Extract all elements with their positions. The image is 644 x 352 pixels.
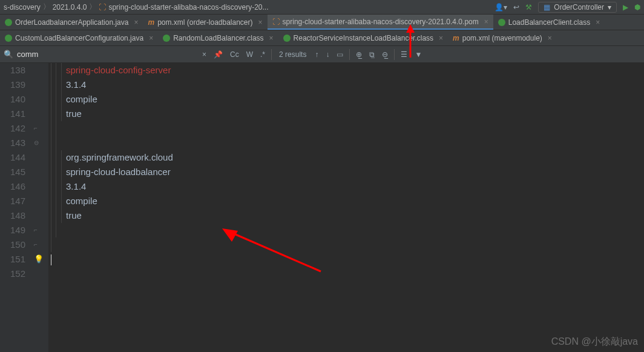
code-line[interactable] bbox=[51, 121, 644, 136]
breadcrumb-item[interactable]: 2021.0.4.0 bbox=[53, 3, 87, 12]
debug-button[interactable]: ⬢ bbox=[634, 3, 640, 12]
code-line[interactable] bbox=[51, 252, 644, 267]
next-match-button[interactable]: ↓ bbox=[326, 50, 329, 59]
tab-label: CustomLoadBalancerConfiguration.java bbox=[15, 34, 143, 42]
clear-icon[interactable]: × bbox=[202, 50, 206, 59]
prev-match-button[interactable]: ↑ bbox=[315, 50, 318, 59]
editor-tab[interactable]: ⛶spring-cloud-starter-alibaba-nacos-disc… bbox=[268, 15, 493, 30]
code-line[interactable]: 3.1.4 bbox=[51, 179, 644, 194]
line-number: 150 bbox=[0, 237, 25, 252]
close-icon[interactable]: × bbox=[258, 18, 263, 27]
breadcrumb-item[interactable]: s-discovery bbox=[4, 3, 41, 12]
editor-tabs-row-1: OrderLoadbalancerApplication.java×mpom.x… bbox=[0, 15, 644, 30]
breadcrumb-bar: s-discovery 〉 2021.0.4.0 〉 ⛶ spring-clou… bbox=[0, 0, 644, 15]
editor-tab[interactable]: CustomLoadBalancerConfiguration.java× bbox=[0, 30, 158, 45]
regex-button[interactable]: .* bbox=[260, 50, 265, 59]
line-number: 141 bbox=[0, 107, 25, 121]
fold-toggle-icon[interactable]: ⊖ bbox=[34, 136, 39, 150]
line-number: 152 bbox=[0, 267, 25, 281]
fold-gutter[interactable]: ⌐⊖⌐⌐💡 bbox=[30, 63, 48, 352]
chevron-right-icon: 〉 bbox=[43, 2, 50, 12]
fold-end-icon[interactable]: ⌐ bbox=[34, 121, 38, 136]
editor-tab[interactable]: OrderLoadbalancerApplication.java× bbox=[0, 15, 143, 30]
line-number: 148 bbox=[0, 208, 25, 223]
tab-label: ReactorServiceInstanceLoadBalancer.class bbox=[294, 34, 433, 42]
code-editor[interactable]: 1381391401411421431441451461471481491501… bbox=[0, 63, 644, 352]
find-results-count: 2 results bbox=[279, 50, 306, 59]
line-number: 151 bbox=[0, 252, 25, 267]
pin-icon[interactable]: 📌 bbox=[214, 50, 223, 59]
hammer-icon[interactable]: ⚒ bbox=[525, 3, 532, 12]
maven-icon: m bbox=[453, 34, 459, 42]
code-line[interactable]: org.springframework.cloud bbox=[51, 150, 644, 165]
watermark: CSDN @小徐敲java bbox=[551, 336, 638, 348]
line-number: 144 bbox=[0, 150, 25, 165]
code-line[interactable]: spring-cloud-loadbalancer bbox=[51, 165, 644, 179]
code-line[interactable]: true bbox=[51, 208, 644, 223]
editor-tab[interactable]: RandomLoadBalancer.class× bbox=[158, 30, 278, 45]
chevron-right-icon: 〉 bbox=[89, 2, 96, 12]
sync-icon[interactable]: ↩ bbox=[513, 3, 519, 12]
close-icon[interactable]: × bbox=[484, 18, 488, 26]
maven-icon: ⛶ bbox=[99, 3, 106, 12]
line-number: 149 bbox=[0, 223, 25, 237]
breadcrumb-item[interactable]: spring-cloud-starter-alibaba-nacos-disco… bbox=[108, 3, 268, 12]
select-occurrences-button[interactable]: ⧉̲ bbox=[369, 50, 375, 59]
line-number: 147 bbox=[0, 194, 25, 208]
close-icon[interactable]: × bbox=[439, 34, 443, 42]
code-line[interactable]: 3.1.4 bbox=[51, 78, 644, 92]
run-config-selector[interactable]: ▦ OrderController ▾ bbox=[538, 2, 617, 13]
find-input[interactable] bbox=[17, 50, 199, 59]
tab-label: spring-cloud-starter-alibaba-nacos-disco… bbox=[283, 18, 479, 26]
class-icon bbox=[5, 19, 12, 26]
run-button[interactable]: ▶ bbox=[623, 3, 628, 12]
line-gutter: 1381391401411421431441451461471481491501… bbox=[0, 63, 30, 352]
class-icon bbox=[498, 19, 505, 26]
code-line[interactable]: compile bbox=[51, 194, 644, 208]
intention-bulb-icon[interactable]: 💡 bbox=[34, 252, 44, 267]
close-icon[interactable]: × bbox=[149, 34, 153, 42]
run-config-label: OrderController bbox=[554, 3, 604, 12]
class-icon bbox=[163, 35, 170, 42]
close-icon[interactable]: × bbox=[548, 34, 552, 42]
fold-end-icon[interactable]: ⌐ bbox=[34, 223, 38, 237]
class-icon bbox=[283, 35, 291, 42]
code-line[interactable]: true bbox=[51, 107, 644, 121]
search-icon: 🔍 bbox=[4, 50, 13, 59]
tab-label: OrderLoadbalancerApplication.java bbox=[15, 18, 128, 27]
pom-icon: ⛶ bbox=[272, 18, 280, 26]
editor-tab[interactable]: ReactorServiceInstanceLoadBalancer.class… bbox=[278, 30, 448, 45]
user-icon[interactable]: 👤▾ bbox=[494, 3, 507, 12]
close-icon[interactable]: × bbox=[134, 18, 138, 27]
line-number: 139 bbox=[0, 78, 25, 92]
line-number: 142 bbox=[0, 121, 25, 136]
match-case-button[interactable]: Cc bbox=[230, 50, 239, 59]
chevron-down-icon: ▾ bbox=[608, 3, 611, 12]
tab-label: RandomLoadBalancer.class bbox=[173, 34, 263, 42]
close-icon[interactable]: × bbox=[596, 18, 600, 27]
line-number: 143 bbox=[0, 136, 25, 150]
add-selection-button[interactable]: ⊕̲ bbox=[356, 50, 362, 59]
select-all-button[interactable]: ▭ bbox=[337, 50, 343, 59]
fold-end-icon[interactable]: ⌐ bbox=[34, 237, 38, 252]
tab-label: pom.xml (mavenmodule) bbox=[462, 34, 542, 42]
words-button[interactable]: W bbox=[246, 50, 253, 59]
close-icon[interactable]: × bbox=[269, 34, 274, 42]
editor-tab[interactable]: LoadBalancerClient.class× bbox=[493, 15, 605, 30]
code-line[interactable]: spring-cloud-config-server bbox=[51, 63, 644, 78]
editor-tab[interactable]: mpom.xml (mavenmodule)× bbox=[448, 30, 557, 45]
settings-icon[interactable]: ☰ bbox=[401, 50, 407, 59]
remove-occurrence-button[interactable]: ⊖̲ bbox=[382, 50, 388, 59]
code-line[interactable] bbox=[51, 136, 644, 150]
tab-label: pom.xml (order-loadbalancer) bbox=[157, 18, 252, 27]
maven-icon: m bbox=[148, 18, 154, 27]
editor-tab[interactable]: mpom.xml (order-loadbalancer)× bbox=[143, 15, 267, 30]
line-number: 138 bbox=[0, 63, 25, 78]
code-area[interactable]: spring-cloud-config-server 3.1.4 compile… bbox=[48, 63, 644, 352]
controller-icon: ▦ bbox=[544, 3, 550, 12]
code-line[interactable]: compile bbox=[51, 92, 644, 107]
filter-icon[interactable]: ▼ bbox=[415, 50, 422, 59]
code-line[interactable] bbox=[51, 223, 644, 237]
code-line[interactable] bbox=[51, 237, 644, 252]
editor-tabs-row-2: CustomLoadBalancerConfiguration.java×Ran… bbox=[0, 30, 644, 46]
